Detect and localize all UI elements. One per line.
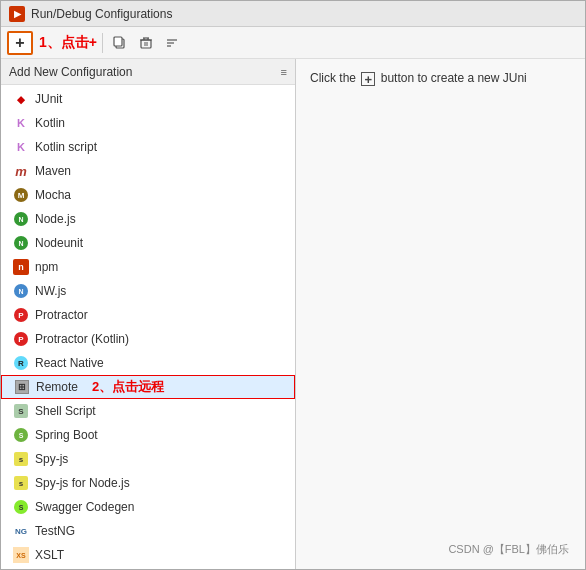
npm-icon: n (13, 259, 29, 275)
add-configuration-button[interactable]: + (7, 31, 33, 55)
item-label: JUnit (35, 92, 62, 106)
list-item[interactable]: ◆ JUnit (1, 87, 295, 111)
list-item[interactable]: P Protractor (1, 303, 295, 327)
item-label: Swagger Codegen (35, 500, 134, 514)
nwjs-icon: N (13, 283, 29, 299)
list-item[interactable]: M Mocha (1, 183, 295, 207)
list-item[interactable]: S Swagger Codegen (1, 495, 295, 519)
item-label: NW.js (35, 284, 66, 298)
window-title: Run/Debug Configurations (31, 7, 172, 21)
remote-icon: ⊞ (14, 379, 30, 395)
nodejs-icon: N (13, 211, 29, 227)
svg-rect-1 (114, 37, 122, 46)
panel-options-icon[interactable]: ≡ (281, 66, 287, 78)
item-label: Maven (35, 164, 71, 178)
item-label: Kotlin (35, 116, 65, 130)
toolbar-separator (102, 33, 103, 53)
maven-icon: m (13, 163, 29, 179)
remove-configuration-button[interactable] (134, 31, 158, 55)
item-label: Kotlin script (35, 140, 97, 154)
item-label: Mocha (35, 188, 71, 202)
list-item[interactable]: N NW.js (1, 279, 295, 303)
title-bar: ▶ Run/Debug Configurations (1, 1, 585, 27)
right-panel: Click the + button to create a new JUni … (296, 59, 585, 569)
item-label: Nodeunit (35, 236, 83, 250)
run-debug-configurations-window: ▶ Run/Debug Configurations + 1、点击+ (0, 0, 586, 570)
annotation-step2: 2、点击远程 (92, 378, 164, 396)
item-label: Spring Boot (35, 428, 98, 442)
item-label: Spy-js for Node.js (35, 476, 130, 490)
panel-header-label: Add New Configuration (9, 65, 132, 79)
spyjs-icon: s (13, 451, 29, 467)
left-panel: Add New Configuration ≡ ◆ JUnit K Kotlin… (1, 59, 296, 569)
annotation-step1: 1、点击+ (39, 34, 97, 52)
hint-line2: button to create a new JUni (381, 71, 527, 85)
kotlin-script-icon: K (13, 139, 29, 155)
list-item[interactable]: K Kotlin script (1, 135, 295, 159)
main-area: Add New Configuration ≡ ◆ JUnit K Kotlin… (1, 59, 585, 569)
swagger-icon: S (13, 499, 29, 515)
nodeunit-icon: N (13, 235, 29, 251)
remote-list-item[interactable]: ⊞ Remote 2、点击远程 (1, 375, 295, 399)
item-label: npm (35, 260, 58, 274)
watermark-text: CSDN @【FBL】佛伯乐 (448, 542, 569, 557)
list-item[interactable]: R React Native (1, 351, 295, 375)
list-item[interactable]: K Kotlin (1, 111, 295, 135)
item-label: Protractor (Kotlin) (35, 332, 129, 346)
plus-symbol: + (361, 72, 375, 86)
toolbar: + 1、点击+ (1, 27, 585, 59)
hint-line1: Click the (310, 71, 356, 85)
configuration-list: ◆ JUnit K Kotlin K Kotlin script m Maven (1, 85, 295, 569)
panel-header: Add New Configuration ≡ (1, 59, 295, 85)
item-label: Node.js (35, 212, 76, 226)
svg-rect-2 (141, 40, 151, 48)
item-label: TestNG (35, 524, 75, 538)
item-label: XSLT (35, 548, 64, 562)
list-item[interactable]: ▼ Other (1, 567, 295, 569)
list-item[interactable]: NG TestNG (1, 519, 295, 543)
spring-boot-icon: S (13, 427, 29, 443)
list-item[interactable]: N Nodeunit (1, 231, 295, 255)
hint-text: Click the + button to create a new JUni (310, 69, 571, 87)
list-item[interactable]: S Spring Boot (1, 423, 295, 447)
protractor-icon: P (13, 307, 29, 323)
spyjs-node-icon: s (13, 475, 29, 491)
list-item[interactable]: XS XSLT (1, 543, 295, 567)
list-item[interactable]: n npm (1, 255, 295, 279)
shell-script-icon: S (13, 403, 29, 419)
testng-icon: NG (13, 523, 29, 539)
xslt-icon: XS (13, 547, 29, 563)
item-label: Shell Script (35, 404, 96, 418)
mocha-icon: M (13, 187, 29, 203)
list-item[interactable]: s Spy-js for Node.js (1, 471, 295, 495)
copy-configuration-button[interactable] (108, 31, 132, 55)
item-label: Protractor (35, 308, 88, 322)
list-item[interactable]: S Shell Script (1, 399, 295, 423)
react-native-icon: R (13, 355, 29, 371)
list-item[interactable]: m Maven (1, 159, 295, 183)
item-label: React Native (35, 356, 104, 370)
protractor-kotlin-icon: P (13, 331, 29, 347)
junit-icon: ◆ (13, 91, 29, 107)
app-icon: ▶ (9, 6, 25, 22)
list-item[interactable]: N Node.js (1, 207, 295, 231)
sort-configurations-button[interactable] (160, 31, 184, 55)
list-item[interactable]: s Spy-js (1, 447, 295, 471)
kotlin-icon: K (13, 115, 29, 131)
list-item[interactable]: P Protractor (Kotlin) (1, 327, 295, 351)
remote-label: Remote (36, 380, 78, 394)
item-label: Spy-js (35, 452, 68, 466)
